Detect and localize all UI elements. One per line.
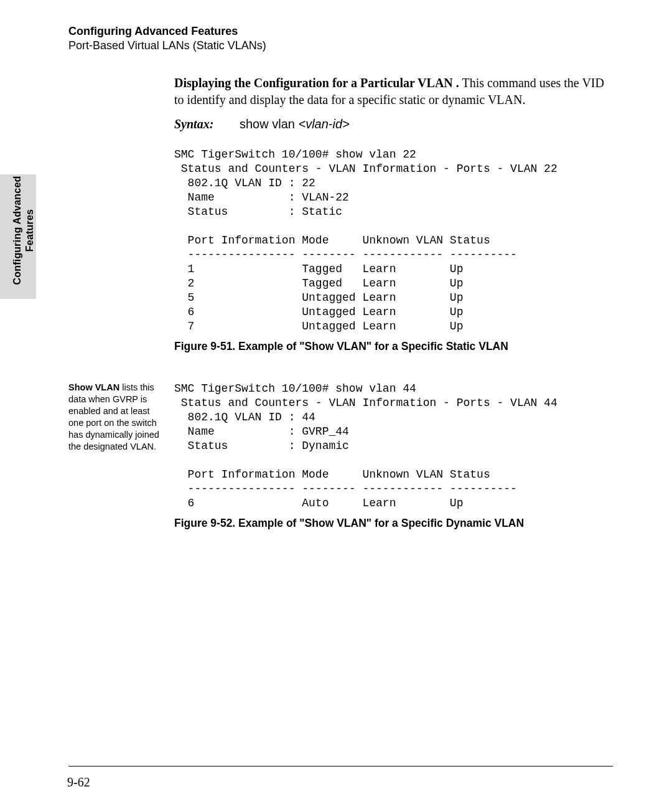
- intro-lead: Displaying the Configuration for a Parti…: [174, 76, 459, 90]
- side-tab-label: Configuring Advanced Features: [11, 168, 36, 293]
- figure-caption-1: Figure 9-51. Example of "Show VLAN" for …: [174, 340, 613, 353]
- figure-caption-2: Figure 9-52. Example of "Show VLAN" for …: [174, 517, 613, 530]
- margin-note-rest: lists this data when GVRP is enabled and…: [68, 382, 159, 451]
- syntax-cmd-arg: <vlan-id>: [299, 117, 350, 131]
- terminal-output-2: SMC TigerSwitch 10/100# show vlan 44 Sta…: [174, 382, 613, 511]
- footer-rule: [68, 766, 613, 767]
- syntax-command: show vlan <vlan-id>: [240, 117, 350, 131]
- terminal-output-1: SMC TigerSwitch 10/100# show vlan 22 Sta…: [174, 148, 613, 334]
- header-title: Configuring Advanced Features: [68, 25, 613, 38]
- side-tab-line2: Features: [24, 209, 35, 252]
- body-column: Displaying the Configuration for a Parti…: [174, 75, 613, 530]
- page: Configuring Advanced Features Port-Based…: [0, 0, 672, 807]
- page-number: 9-62: [67, 775, 90, 790]
- margin-note: Show VLAN lists this data when GVRP is e…: [68, 382, 162, 453]
- syntax-cmd-prefix: show vlan: [240, 117, 299, 131]
- margin-note-bold: Show VLAN: [68, 382, 119, 392]
- intro-paragraph: Displaying the Configuration for a Parti…: [174, 75, 613, 108]
- figure2-block: Show VLAN lists this data when GVRP is e…: [174, 382, 613, 530]
- side-tab: Configuring Advanced Features: [0, 174, 36, 299]
- header-subtitle: Port-Based Virtual LANs (Static VLANs): [68, 39, 613, 52]
- syntax-row: Syntax: show vlan <vlan-id>: [174, 117, 613, 131]
- side-tab-line1: Configuring Advanced: [12, 176, 22, 285]
- syntax-label: Syntax:: [174, 117, 236, 131]
